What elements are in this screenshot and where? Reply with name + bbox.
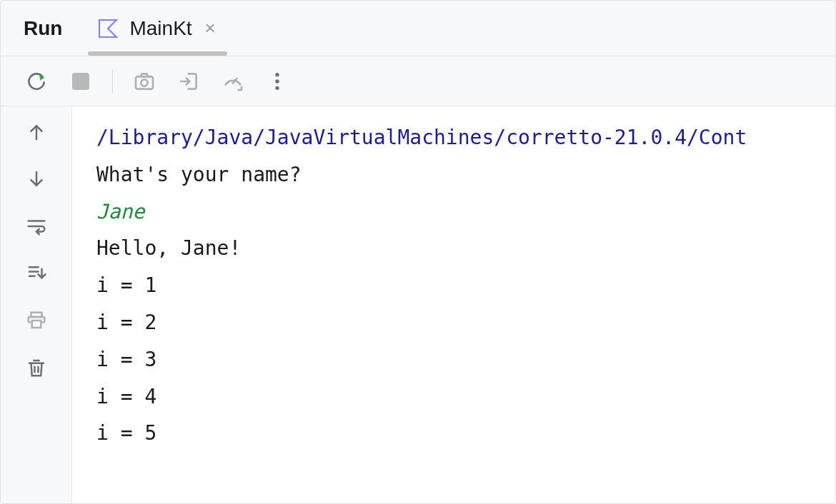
console-line: i = 4 [96, 378, 811, 415]
stop-button[interactable] [68, 69, 94, 94]
svg-point-2 [275, 73, 279, 76]
kotlin-file-icon [96, 17, 119, 40]
console-line: i = 1 [96, 267, 811, 304]
more-button[interactable] [264, 69, 290, 94]
console-line: i = 3 [96, 341, 811, 378]
svg-point-4 [275, 86, 279, 89]
tab-label: MainKt [129, 17, 191, 40]
tab-mainkt[interactable]: MainKt × [91, 1, 224, 56]
svg-point-3 [275, 79, 279, 83]
svg-rect-6 [31, 321, 41, 328]
console-line: What's your name? [96, 156, 811, 193]
svg-point-1 [141, 79, 147, 86]
console-line: i = 2 [96, 304, 811, 341]
toolbar-divider [112, 69, 113, 94]
console-line: /Library/Java/JavaVirtualMachines/corret… [96, 119, 811, 156]
content-area: /Library/Java/JavaVirtualMachines/corret… [1, 106, 835, 503]
run-header: Run MainKt × [1, 1, 835, 56]
import-button[interactable] [176, 69, 201, 94]
down-button[interactable] [24, 166, 49, 192]
soft-wrap-button[interactable] [24, 213, 49, 239]
console-line: Jane [96, 193, 811, 231]
run-toolbar [1, 56, 835, 106]
close-icon[interactable]: × [202, 17, 219, 39]
scroll-to-end-button[interactable] [24, 261, 49, 286]
clear-button[interactable] [24, 355, 49, 380]
stop-icon [72, 73, 89, 90]
print-button[interactable] [24, 308, 49, 333]
console-line: i = 5 [96, 415, 811, 452]
svg-rect-0 [136, 76, 153, 89]
profiler-button[interactable] [220, 69, 246, 94]
console-gutter [1, 106, 72, 503]
up-button[interactable] [24, 119, 49, 145]
console-line: Hello, Jane! [96, 230, 811, 267]
console-output[interactable]: /Library/Java/JavaVirtualMachines/corret… [72, 106, 835, 503]
run-title: Run [15, 17, 62, 40]
snapshot-button[interactable] [131, 69, 157, 94]
rerun-button[interactable] [24, 69, 49, 94]
